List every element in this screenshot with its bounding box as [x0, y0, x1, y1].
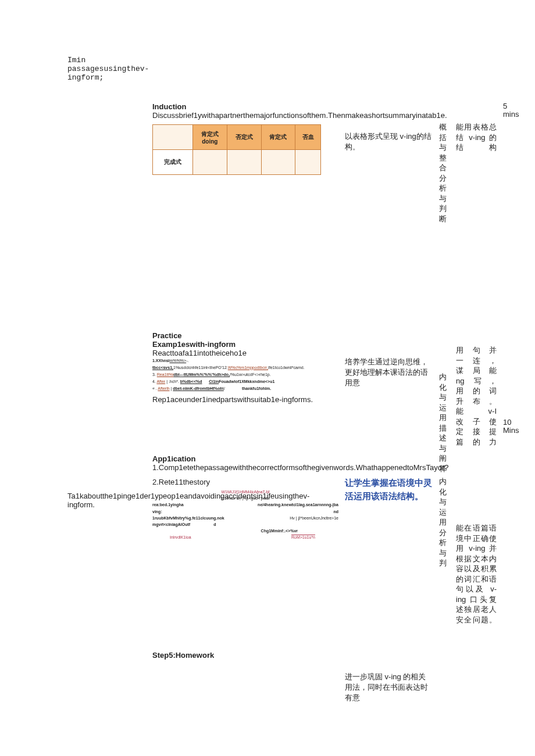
- practice-time: 10 Mins: [503, 418, 520, 435]
- ind-col3: 肯定式: [261, 125, 295, 150]
- practice-react: Reacttoafa11intotheiceho1e: [152, 349, 338, 357]
- practice-skill: 内化与运用描述与阐释: [439, 372, 447, 474]
- ind-col1: 肯定式 doing: [193, 125, 227, 150]
- header-line2: passagesusingthev-: [67, 65, 149, 73]
- homework-note: 进一步巩固 v-ing 的相关用法，同时在书面表达时有意: [345, 672, 432, 703]
- practice-goal: 用句并 一连， 谋局能 ng 写， 用的词 升布。 能 v-I 改子使 定接提 …: [456, 345, 497, 447]
- induction-title: Induction: [152, 102, 338, 111]
- header-block: Imin passagesusingthev- ingform;: [67, 56, 149, 82]
- practice-replace: Rep1aceunder1inedpartswithsuitab1e-ingfo…: [152, 395, 338, 404]
- left-talk-block: Ta1kaboutthe1pinge1der1ypeop1eandavoidin…: [67, 492, 149, 509]
- ind-col4: 否血: [295, 125, 321, 150]
- header-line3: ingform;: [67, 73, 149, 82]
- practice-title: Practice: [152, 331, 338, 340]
- practice-tiny-lines: 1.XXhnsim%%%>-. tbcc<svs1,1%usdclcnhfe11…: [152, 357, 338, 392]
- lesson-plan-page: Imin passagesusingthev- ingform; Inducti…: [0, 0, 535, 756]
- induction-goal: 能用表格总结 v-ing 的结构: [456, 122, 497, 153]
- induction-note: 以表格形式呈现 v-ing的结构。: [345, 131, 432, 152]
- induction-time: 5 mins: [503, 102, 520, 119]
- induction-skill: 概括与整合分析与判断: [439, 122, 447, 224]
- practice-note: 培养学生通过逆向思维，更好地理解本课语法的语用意: [345, 357, 432, 388]
- induction-table: 肯定式 doing 否定式 肯定式 否血 完成式: [152, 124, 321, 175]
- practice-subtitle: Examp1eswith-ingform: [152, 340, 338, 349]
- induction-body: Discussbrief1ywithapartnerthemajorfuncti…: [152, 111, 338, 120]
- application-title: App1ication: [152, 454, 338, 463]
- application-line1: 1.Comp1etethepassagewiththecorrectformso…: [152, 463, 338, 472]
- ind-col2: 否定式: [227, 125, 261, 150]
- application-mainnote: 让学生掌握在语境中灵活运用该语法结构。: [345, 476, 438, 503]
- induction-block: Induction Discussbrief1ywithapartnerthem…: [152, 102, 338, 175]
- application-skill: 内化与运用分析与判: [439, 476, 447, 568]
- application-goal: 能在语篇语境中正确使用 v-ing 并根据文本内容以及积累的词汇和语句以及 v-…: [456, 523, 497, 625]
- header-line1: Imin: [67, 56, 149, 65]
- practice-block: Practice Examp1eswith-ingform Reacttoafa…: [152, 331, 338, 404]
- homework-title: Step5:Homework: [152, 651, 338, 660]
- ind-rowlabel: 完成式: [153, 150, 193, 175]
- application-line2: 2.Rete11thestory: [152, 478, 338, 486]
